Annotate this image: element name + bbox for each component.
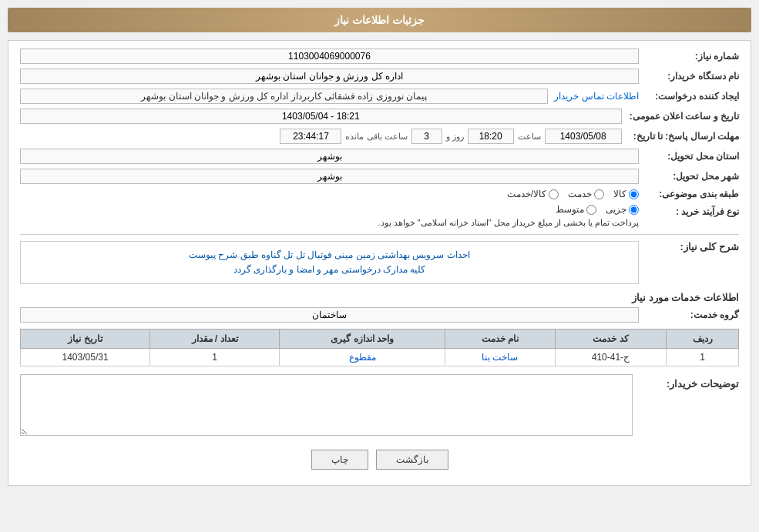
category-radio-kala[interactable] <box>629 189 639 199</box>
deadline-days-label: روز و <box>446 132 464 142</box>
buyer-org-label: نام دستگاه خریدار: <box>639 71 739 82</box>
description-line2: کلیه مدارک درخواستی مهر و امضا و بارگذار… <box>29 263 630 277</box>
purchase-note: پرداخت تمام یا بخشی از مبلغ خریداز محل "… <box>20 218 639 228</box>
category-option-khedmat: خدمت <box>568 189 604 199</box>
need-number-label: شماره نیاز: <box>639 51 739 62</box>
purchase-type-mutawaset: متوسط <box>556 204 596 215</box>
service-group-label: گروه خدمت: <box>639 309 739 320</box>
services-table: ردیف کد خدمت نام خدمت واحد اندازه گیری ت… <box>20 329 739 366</box>
category-label-kala: کالا <box>613 189 626 199</box>
deadline-date-input <box>545 129 622 144</box>
cell-unit: مقطوع <box>279 349 445 366</box>
need-number-input <box>20 49 639 64</box>
purchase-type-jozi: جزیی <box>606 204 639 215</box>
purchase-label-jozi: جزیی <box>606 204 626 215</box>
deadline-label: مهلت ارسال پاسخ: تا تاریخ: <box>626 131 739 142</box>
service-group-input <box>20 307 639 323</box>
purchase-label-mutawaset: متوسط <box>556 204 584 215</box>
category-label-khedmat: خدمت <box>568 189 592 199</box>
description-section-label: شرح کلی نیاز: <box>639 241 739 253</box>
purchase-type-label: نوع فرآیند خرید : <box>639 204 739 217</box>
table-header-code: کد خدمت <box>555 330 667 349</box>
deadline-time-label: ساعت <box>518 132 541 142</box>
category-label-kala-khedmat: کالا/خدمت <box>507 189 546 199</box>
deadline-time-input <box>468 129 514 144</box>
buyer-org-input <box>20 69 639 84</box>
table-header-quantity: تعداد / مقدار <box>150 330 280 349</box>
category-radio-group: کالا خدمت کالا/خدمت <box>20 189 639 199</box>
category-label: طبقه بندی موضوعی: <box>639 189 739 199</box>
cell-row: 1 <box>667 349 739 366</box>
announce-date-label: تاریخ و ساعت اعلان عمومی: <box>622 111 739 122</box>
category-option-kala-khedmat: کالا/خدمت <box>507 189 559 199</box>
buyer-desc-label: توضیحات خریدار: <box>639 374 739 390</box>
deadline-remaining-label: ساعت باقی مانده <box>345 132 407 142</box>
category-option-kala: کالا <box>613 189 639 199</box>
creator-label: ایجاد کننده درخواست: <box>639 91 739 102</box>
category-radio-khedmat[interactable] <box>594 189 604 199</box>
deadline-remaining-input <box>280 129 341 144</box>
print-button[interactable]: چاپ <box>311 450 368 470</box>
deadline-days-input <box>411 129 442 144</box>
city-label: شهر محل تحویل: <box>639 171 739 182</box>
table-header-row: ردیف <box>667 330 739 349</box>
purchase-radio-mutawaset[interactable] <box>586 205 596 215</box>
announce-date-input <box>20 109 622 124</box>
category-radio-kala-khedmat[interactable] <box>549 189 559 199</box>
creator-contact-link[interactable]: اطلاعات تماس خریدار <box>554 91 639 102</box>
city-input <box>20 169 639 184</box>
cell-name: ساخت بنا <box>445 349 555 366</box>
table-header-name: نام خدمت <box>445 330 555 349</box>
buyer-desc-textarea[interactable] <box>20 374 633 436</box>
province-label: استان محل تحویل: <box>639 151 739 162</box>
action-buttons: بازگشت چاپ <box>20 450 739 470</box>
table-row: 1 ج-41-410 ساخت بنا مقطوع 1 1403/05/31 <box>21 349 739 366</box>
cell-quantity: 1 <box>150 349 280 366</box>
description-line1: احداث سرویس بهداشتی زمین مینی فوتبال تل … <box>29 248 630 263</box>
purchase-radio-jozi[interactable] <box>629 205 639 215</box>
services-section-title: اطلاعات خدمات مورد نیاز <box>20 292 739 303</box>
creator-value: پیمان نوروزی زاده فشقائی کاربرداز اداره … <box>20 89 548 104</box>
cell-date: 1403/05/31 <box>21 349 150 366</box>
back-button[interactable]: بازگشت <box>376 450 448 470</box>
page-header: جزئیات اطلاعات نیاز <box>8 8 751 32</box>
province-input <box>20 149 639 164</box>
table-header-date: تاریخ نیاز <box>21 330 150 349</box>
cell-code: ج-41-410 <box>555 349 667 366</box>
table-header-unit: واحد اندازه گیری <box>279 330 445 349</box>
page-title: جزئیات اطلاعات نیاز <box>334 14 425 26</box>
purchase-type-radio-group: جزیی متوسط <box>20 204 639 215</box>
